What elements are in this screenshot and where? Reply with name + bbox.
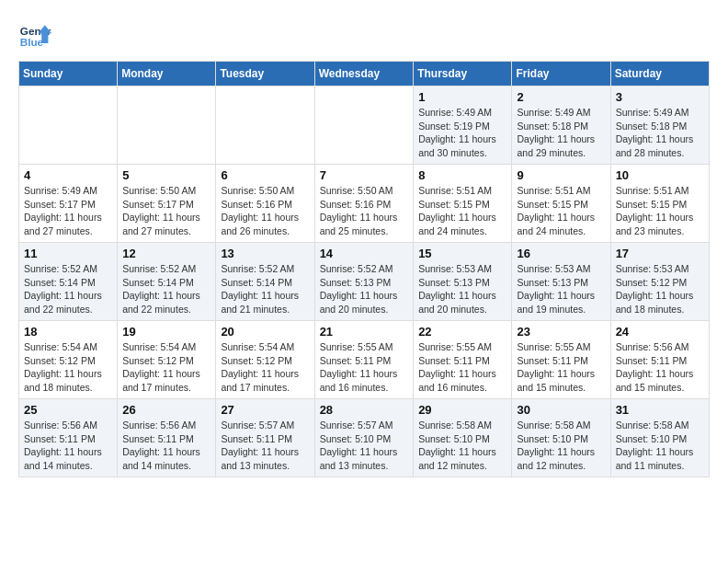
day-info: Sunrise: 5:53 AMSunset: 5:12 PMDaylight:… [616,262,704,316]
day-number: 6 [221,168,309,182]
calendar-cell [19,86,118,165]
day-number: 22 [418,325,506,339]
day-number: 26 [122,403,210,417]
day-info: Sunrise: 5:55 AMSunset: 5:11 PMDaylight:… [517,340,605,395]
calendar-week-row: 25Sunrise: 5:56 AMSunset: 5:11 PMDayligh… [19,399,710,477]
day-info: Sunrise: 5:50 AMSunset: 5:16 PMDaylight:… [221,184,309,238]
calendar-week-row: 1Sunrise: 5:49 AMSunset: 5:19 PMDaylight… [19,86,710,165]
day-header-monday: Monday [118,62,216,86]
calendar-cell: 29Sunrise: 5:58 AMSunset: 5:10 PMDayligh… [414,399,512,477]
logo-icon: General Blue [18,18,51,52]
day-header-wednesday: Wednesday [314,62,414,86]
day-number: 23 [517,325,605,339]
day-number: 21 [320,325,409,339]
day-number: 3 [616,90,704,104]
day-number: 13 [221,247,309,260]
calendar-cell: 16Sunrise: 5:53 AMSunset: 5:13 PMDayligh… [512,243,610,321]
day-number: 19 [122,325,210,339]
calendar-cell: 19Sunrise: 5:54 AMSunset: 5:12 PMDayligh… [118,321,216,399]
day-number: 20 [221,325,309,339]
day-info: Sunrise: 5:54 AMSunset: 5:12 PMDaylight:… [221,340,309,395]
calendar-cell: 7Sunrise: 5:50 AMSunset: 5:16 PMDaylight… [314,165,414,243]
day-number: 7 [320,168,409,182]
day-header-thursday: Thursday [414,62,512,86]
day-header-saturday: Saturday [610,62,709,86]
calendar-cell: 8Sunrise: 5:51 AMSunset: 5:15 PMDaylight… [414,165,512,243]
day-number: 15 [418,247,506,260]
calendar-cell: 6Sunrise: 5:50 AMSunset: 5:16 PMDaylight… [216,165,314,243]
day-number: 17 [616,247,704,260]
day-info: Sunrise: 5:52 AMSunset: 5:14 PMDaylight:… [24,262,112,316]
calendar-cell: 2Sunrise: 5:49 AMSunset: 5:18 PMDaylight… [512,86,610,165]
day-number: 9 [517,168,605,182]
day-info: Sunrise: 5:49 AMSunset: 5:17 PMDaylight:… [24,184,112,238]
calendar-week-row: 4Sunrise: 5:49 AMSunset: 5:17 PMDaylight… [19,165,710,243]
day-number: 2 [517,90,605,104]
day-info: Sunrise: 5:57 AMSunset: 5:10 PMDaylight:… [320,419,409,473]
calendar-cell: 9Sunrise: 5:51 AMSunset: 5:15 PMDaylight… [512,165,610,243]
day-number: 25 [24,403,112,417]
calendar-cell: 20Sunrise: 5:54 AMSunset: 5:12 PMDayligh… [216,321,314,399]
day-number: 18 [24,325,112,339]
day-number: 28 [320,403,409,417]
day-info: Sunrise: 5:54 AMSunset: 5:12 PMDaylight:… [122,340,210,395]
day-info: Sunrise: 5:56 AMSunset: 5:11 PMDaylight:… [24,419,112,473]
calendar-cell: 4Sunrise: 5:49 AMSunset: 5:17 PMDaylight… [19,165,118,243]
calendar-cell: 10Sunrise: 5:51 AMSunset: 5:15 PMDayligh… [610,165,709,243]
day-info: Sunrise: 5:49 AMSunset: 5:19 PMDaylight:… [418,106,506,160]
calendar-cell: 26Sunrise: 5:56 AMSunset: 5:11 PMDayligh… [118,399,216,477]
calendar-week-row: 18Sunrise: 5:54 AMSunset: 5:12 PMDayligh… [19,321,710,399]
page-header: General Blue [18,18,710,52]
logo: General Blue [18,18,51,52]
day-header-tuesday: Tuesday [216,62,314,86]
day-info: Sunrise: 5:49 AMSunset: 5:18 PMDaylight:… [517,106,605,160]
day-number: 30 [517,403,605,417]
day-number: 4 [24,168,112,182]
calendar-cell: 21Sunrise: 5:55 AMSunset: 5:11 PMDayligh… [314,321,414,399]
day-info: Sunrise: 5:52 AMSunset: 5:14 PMDaylight:… [221,262,309,316]
calendar-cell: 23Sunrise: 5:55 AMSunset: 5:11 PMDayligh… [512,321,610,399]
calendar-cell: 30Sunrise: 5:58 AMSunset: 5:10 PMDayligh… [512,399,610,477]
day-info: Sunrise: 5:54 AMSunset: 5:12 PMDaylight:… [24,340,112,395]
calendar-cell: 12Sunrise: 5:52 AMSunset: 5:14 PMDayligh… [118,243,216,321]
calendar-cell: 27Sunrise: 5:57 AMSunset: 5:11 PMDayligh… [216,399,314,477]
calendar-table: SundayMondayTuesdayWednesdayThursdayFrid… [18,61,710,477]
day-info: Sunrise: 5:53 AMSunset: 5:13 PMDaylight:… [517,262,605,316]
calendar-cell: 31Sunrise: 5:58 AMSunset: 5:10 PMDayligh… [610,399,709,477]
day-number: 12 [122,247,210,260]
day-info: Sunrise: 5:51 AMSunset: 5:15 PMDaylight:… [418,184,506,238]
calendar-cell: 25Sunrise: 5:56 AMSunset: 5:11 PMDayligh… [19,399,118,477]
day-info: Sunrise: 5:52 AMSunset: 5:13 PMDaylight:… [320,262,409,316]
calendar-cell: 15Sunrise: 5:53 AMSunset: 5:13 PMDayligh… [414,243,512,321]
day-number: 5 [122,168,210,182]
calendar-week-row: 11Sunrise: 5:52 AMSunset: 5:14 PMDayligh… [19,243,710,321]
day-header-sunday: Sunday [19,62,118,86]
day-number: 1 [418,90,506,104]
day-number: 29 [418,403,506,417]
day-number: 16 [517,247,605,260]
day-info: Sunrise: 5:52 AMSunset: 5:14 PMDaylight:… [122,262,210,316]
day-number: 31 [616,403,704,417]
calendar-cell: 14Sunrise: 5:52 AMSunset: 5:13 PMDayligh… [314,243,414,321]
day-number: 14 [320,247,409,260]
day-info: Sunrise: 5:57 AMSunset: 5:11 PMDaylight:… [221,419,309,473]
calendar-cell: 18Sunrise: 5:54 AMSunset: 5:12 PMDayligh… [19,321,118,399]
calendar-cell: 22Sunrise: 5:55 AMSunset: 5:11 PMDayligh… [414,321,512,399]
day-number: 24 [616,325,704,339]
calendar-cell: 3Sunrise: 5:49 AMSunset: 5:18 PMDaylight… [610,86,709,165]
day-info: Sunrise: 5:51 AMSunset: 5:15 PMDaylight:… [616,184,704,238]
calendar-cell [118,86,216,165]
day-header-friday: Friday [512,62,610,86]
day-info: Sunrise: 5:50 AMSunset: 5:17 PMDaylight:… [122,184,210,238]
day-info: Sunrise: 5:58 AMSunset: 5:10 PMDaylight:… [418,419,506,473]
day-number: 27 [221,403,309,417]
day-info: Sunrise: 5:58 AMSunset: 5:10 PMDaylight:… [616,419,704,473]
calendar-cell: 17Sunrise: 5:53 AMSunset: 5:12 PMDayligh… [610,243,709,321]
calendar-header-row: SundayMondayTuesdayWednesdayThursdayFrid… [19,62,710,86]
calendar-cell: 11Sunrise: 5:52 AMSunset: 5:14 PMDayligh… [19,243,118,321]
day-info: Sunrise: 5:58 AMSunset: 5:10 PMDaylight:… [517,419,605,473]
calendar-cell: 5Sunrise: 5:50 AMSunset: 5:17 PMDaylight… [118,165,216,243]
day-info: Sunrise: 5:56 AMSunset: 5:11 PMDaylight:… [122,419,210,473]
day-number: 8 [418,168,506,182]
day-info: Sunrise: 5:51 AMSunset: 5:15 PMDaylight:… [517,184,605,238]
